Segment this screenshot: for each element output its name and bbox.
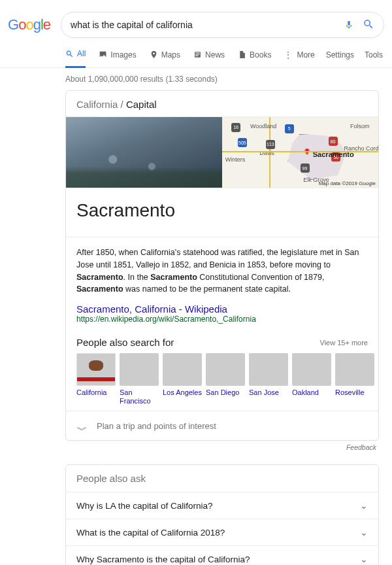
people-also-ask: People also ask Why is LA the capital of… (65, 464, 379, 565)
related-title: People also search for (76, 337, 174, 348)
mic-icon[interactable] (344, 19, 353, 31)
related-item[interactable]: San Francisco (120, 353, 159, 405)
hwy-badge: 99 (301, 163, 310, 173)
tab-news[interactable]: News (193, 42, 225, 68)
tools-link[interactable]: Tools (365, 50, 383, 60)
chevron-down-icon: ⌄ (72, 418, 92, 434)
map-pin: Sacramento (303, 146, 354, 158)
breadcrumb[interactable]: California / Capital (66, 91, 378, 116)
map-image[interactable]: Woodland Winters Davis Folsom Rancho Cor… (222, 117, 378, 188)
settings-link[interactable]: Settings (326, 50, 354, 60)
tab-maps[interactable]: Maps (150, 42, 180, 68)
search-icon[interactable] (363, 18, 374, 32)
chevron-down-icon: ⌄ (360, 554, 368, 564)
related-item[interactable]: Roseville (335, 353, 374, 405)
paa-question[interactable]: Why Sacramento is the capital of Califor… (66, 546, 378, 565)
answer-title: Sacramento (66, 188, 378, 237)
hwy-badge: 80 (329, 137, 338, 146)
tab-books[interactable]: Books (238, 42, 271, 68)
hwy-badge: 16 (231, 123, 240, 132)
paa-question[interactable]: What is the capital of California 2018?⌄ (66, 519, 378, 546)
hwy-badge: 113 (266, 140, 275, 149)
feedback-link[interactable]: Feedback (65, 441, 379, 451)
google-logo[interactable]: Google (8, 16, 50, 33)
source-url[interactable]: https://en.wikipedia.org/wiki/Sacramento… (66, 315, 378, 333)
result-stats: About 1,090,000,000 results (1.33 second… (65, 68, 379, 90)
source-link[interactable]: Sacramento, California - Wikipedia (66, 302, 378, 315)
knowledge-panel: California / Capital Woodland Winters Da… (65, 90, 379, 441)
svg-point-0 (306, 150, 308, 152)
map-label: Folsom (350, 123, 370, 129)
map-label: Davis (259, 150, 274, 156)
map-label: Winters (225, 156, 246, 163)
related-searches: California San Francisco Los Angeles San… (66, 353, 378, 411)
plan-trip-row[interactable]: ⌄ Plan a trip and points of interest (66, 411, 378, 440)
tab-more[interactable]: ⋮ More (284, 42, 314, 68)
related-item[interactable]: California (76, 353, 116, 405)
paa-question[interactable]: Why is LA the capital of California?⌄ (66, 492, 378, 519)
related-item[interactable]: Los Angeles (163, 353, 202, 405)
view-more-link[interactable]: View 15+ more (320, 339, 368, 347)
related-item[interactable]: Oakland (292, 353, 331, 405)
chevron-down-icon: ⌄ (360, 500, 368, 511)
search-input[interactable] (71, 20, 344, 30)
related-item[interactable]: San Jose (249, 353, 288, 405)
chevron-down-icon: ⌄ (360, 527, 368, 538)
city-photo[interactable] (66, 117, 222, 188)
related-item[interactable]: San Diego (206, 353, 245, 405)
paa-title: People also ask (66, 465, 378, 492)
answer-description: After 1850, when California's statehood … (66, 237, 378, 302)
hwy-badge: 505 (238, 138, 247, 147)
search-box[interactable] (61, 12, 384, 38)
tab-images[interactable]: Images (99, 42, 136, 68)
hwy-badge: 5 (285, 124, 294, 133)
map-credit: Map data ©2019 Google (319, 180, 376, 186)
tabs-row: All Images Maps News Books ⋮ More Settin… (0, 42, 392, 68)
map-label: Woodland (250, 123, 276, 129)
tab-all[interactable]: All (65, 42, 86, 68)
